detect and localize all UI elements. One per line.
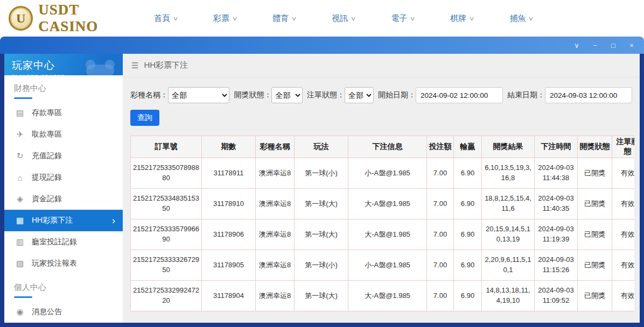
nav-item-video[interactable]: 視訊∨ <box>332 13 355 24</box>
sidebar-item-label: 消息公告 <box>32 307 62 317</box>
column-header: 期數 <box>202 136 256 158</box>
table-cell: 14,8,13,18,11,4,19,10 <box>482 281 535 311</box>
bets-table: 訂單號期數彩種名稱玩法下注信息投注額輸贏開獎結果下注時間開獎狀態注單狀態 215… <box>130 136 634 311</box>
sidebar-item-label: HH彩票下注 <box>32 216 73 225</box>
column-header: 開獎結果 <box>482 136 535 158</box>
cashout-record-icon: ⌂ <box>15 173 25 182</box>
sidebar-item-deposit-area[interactable]: ▤存款專區 <box>4 102 123 124</box>
column-header: 投注額 <box>427 136 454 158</box>
draw-status-select[interactable]: 全部 <box>271 87 303 103</box>
page-header: ☰ HH彩票下注 <box>123 54 640 77</box>
page-title: HH彩票下注 <box>144 60 188 70</box>
table-row: 215217253350789888031178911澳洲幸运8第一球(小)小-… <box>131 158 635 189</box>
minimize-icon[interactable]: − <box>591 42 599 49</box>
hamburger-icon[interactable]: ☰ <box>131 61 138 70</box>
end-date-input[interactable] <box>545 87 632 103</box>
funds-record-icon: ◈ <box>15 194 25 204</box>
lottery-select[interactable]: 全部 <box>168 87 229 103</box>
window-body: 玩家中心 PLAYERS CENTER 財務中心▤存款專區✈取款專區↻充值記錄⌂… <box>0 54 644 327</box>
gamepad-decoration-icon <box>83 58 117 75</box>
sidebar-item-label: 資金記錄 <box>32 194 62 204</box>
table-cell: 18,8,12,5,15,4,11,6 <box>482 189 535 219</box>
nav-item-label: 捕魚 <box>509 13 526 24</box>
table-cell: 已開獎 <box>578 219 612 250</box>
sidebar-item-label: 玩家投注報表 <box>32 259 77 268</box>
table-cell: 6.90 <box>454 219 482 250</box>
table-cell: 2024-09-03 11:09:52 <box>535 281 578 311</box>
sidebar-item-recharge-record[interactable]: ↻充值記錄 <box>4 145 123 167</box>
top-site-bar: U USDT CASINO 首頁∨彩票∨體育∨視訊∨電子∨棋牌∨捕魚∨ <box>0 0 644 37</box>
lottery-filter-label: 彩種名稱： <box>130 90 168 100</box>
column-header: 玩法 <box>295 136 348 158</box>
table-cell: 有效 <box>612 250 635 281</box>
table-cell: 31178910 <box>202 189 256 219</box>
chevron-down-icon: ∨ <box>469 15 475 22</box>
section-label: 財務中心 <box>4 75 123 102</box>
player-bet-report-icon: ▧ <box>15 259 25 268</box>
table-cell: 澳洲幸运8 <box>256 219 295 250</box>
chevron-down-icon: ∨ <box>291 15 297 22</box>
table-cell: 2152172533483515350 <box>131 189 202 219</box>
column-header: 下注信息 <box>348 136 427 158</box>
start-date-input[interactable] <box>416 87 503 103</box>
start-date-label: 開始日期： <box>378 90 416 100</box>
table-cell: 2,20,9,6,11,5,10,1 <box>482 250 535 281</box>
window-titlebar[interactable]: ∨ − □ × <box>0 37 644 54</box>
table-cell: 第一球(大) <box>295 281 348 311</box>
nav-item-fishing[interactable]: 捕魚∨ <box>509 13 533 24</box>
table-cell: 大-A盤@1.985 <box>348 189 427 219</box>
sidebar: 玩家中心 PLAYERS CENTER 財務中心▤存款專區✈取款專區↻充值記錄⌂… <box>4 54 123 323</box>
table-cell: 澳洲幸运8 <box>256 281 295 311</box>
logo-text: USDT CASINO <box>38 2 141 35</box>
table-cell: 小-A盤@1.985 <box>348 158 427 189</box>
sidebar-item-room-bet-record[interactable]: ▥廳室投註記錄 <box>4 231 123 253</box>
column-header: 輸贏 <box>454 136 482 158</box>
nav-item-slots[interactable]: 電子∨ <box>391 13 415 24</box>
table-cell: 有效 <box>612 158 635 189</box>
column-header: 開獎狀態 <box>578 136 612 158</box>
table-row: 215217253329924722031178904澳洲幸运8第一球(大)大-… <box>131 281 635 311</box>
table-cell: 31178905 <box>202 250 256 281</box>
query-button[interactable]: 查詢 <box>130 110 159 126</box>
nav-item-cards[interactable]: 棋牌∨ <box>450 13 474 24</box>
chevron-down-icon: ∨ <box>528 15 534 22</box>
table-cell: 2152172533332672950 <box>131 250 202 281</box>
chevron-right-icon: › <box>112 215 115 226</box>
sidebar-item-label: 存款專區 <box>32 108 62 118</box>
hh-lottery-bets-icon: ▦ <box>15 216 25 225</box>
order-status-filter-label: 注單狀態： <box>307 90 345 100</box>
maximize-icon[interactable]: □ <box>610 42 617 49</box>
nav-item-label: 電子 <box>391 13 407 24</box>
sidebar-item-cashout-record[interactable]: ⌂提現記錄 <box>4 167 123 188</box>
sidebar-item-message-notice[interactable]: ◉消息公告 <box>4 301 123 323</box>
sidebar-item-player-bet-report[interactable]: ▧玩家投注報表 <box>4 253 123 274</box>
sidebar-item-label: 取款專區 <box>32 130 62 139</box>
nav-item-home[interactable]: 首頁∨ <box>154 13 178 24</box>
table-cell: 有效 <box>612 189 635 219</box>
table-cell: 已開獎 <box>578 281 612 311</box>
nav-item-lottery[interactable]: 彩票∨ <box>213 13 237 24</box>
withdraw-area-icon: ✈ <box>15 130 25 139</box>
sidebar-item-funds-record[interactable]: ◈資金記錄 <box>4 188 123 210</box>
deposit-area-icon: ▤ <box>15 108 25 118</box>
site-logo[interactable]: U USDT CASINO <box>0 2 141 35</box>
sidebar-header: 玩家中心 PLAYERS CENTER <box>4 54 123 75</box>
column-header: 彩種名稱 <box>256 136 295 158</box>
table-cell: 已開獎 <box>578 158 612 189</box>
sidebar-item-hh-lottery-bets[interactable]: ▦HH彩票下注› <box>4 210 123 231</box>
table-cell: 小-A盤@1.985 <box>348 250 427 281</box>
table-cell: 2024-09-03 11:40:35 <box>535 189 578 219</box>
close-icon[interactable]: × <box>628 42 635 49</box>
table-cell: 6.90 <box>454 158 482 189</box>
table-cell: 6.90 <box>454 250 482 281</box>
nav-item-label: 彩票 <box>213 13 229 24</box>
table-row: 215217253333267295031178905澳洲幸运8第一球(小)小-… <box>131 250 635 281</box>
sidebar-item-withdraw-area[interactable]: ✈取款專區 <box>4 124 123 145</box>
nav-item-sports[interactable]: 體育∨ <box>272 13 296 24</box>
table-cell: 6.90 <box>454 281 482 311</box>
collapse-icon[interactable]: ∨ <box>573 42 580 49</box>
table-cell: 第一球(小) <box>295 250 348 281</box>
order-status-select[interactable]: 全部 <box>345 87 374 103</box>
table-cell: 2024-09-03 11:44:38 <box>535 158 578 189</box>
table-cell: 7.00 <box>427 219 454 250</box>
